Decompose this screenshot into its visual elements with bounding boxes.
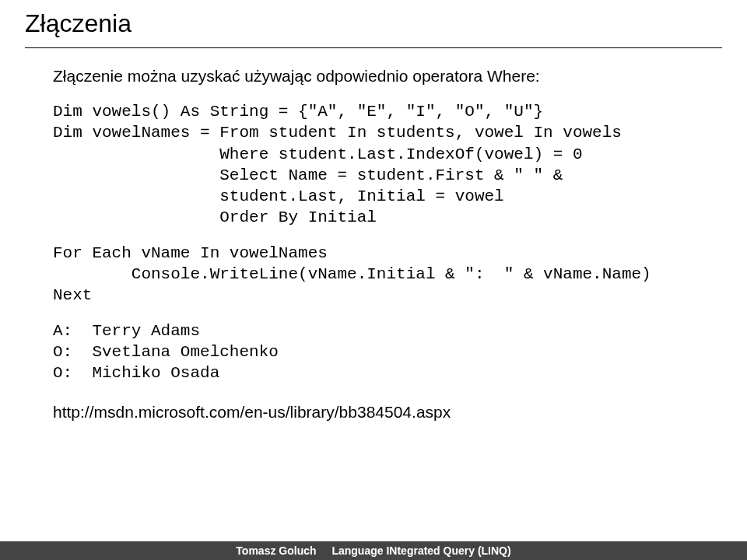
code-block-2: For Each vName In vowelNames Console.Wri…: [25, 243, 722, 306]
footer-topic: Language INtegrated Query (LINQ): [331, 544, 510, 557]
slide: Złączenia Złączenie można uzyskać używaj…: [0, 0, 747, 560]
footer-author: Tomasz Goluch: [236, 544, 316, 557]
title-rule: [25, 47, 722, 48]
slide-subtitle: Złączenie można uzyskać używając odpowie…: [25, 67, 722, 86]
slide-title: Złączenia: [25, 9, 722, 41]
code-block-3: A: Terry Adams O: Svetlana Omelchenko O:…: [25, 320, 722, 384]
footer: Tomasz Goluch Language INtegrated Query …: [0, 541, 747, 560]
reference-link: http://msdn.microsoft.com/en-us/library/…: [25, 403, 722, 422]
code-block-1: Dim vowels() As String = {"A", "E", "I",…: [25, 101, 722, 229]
